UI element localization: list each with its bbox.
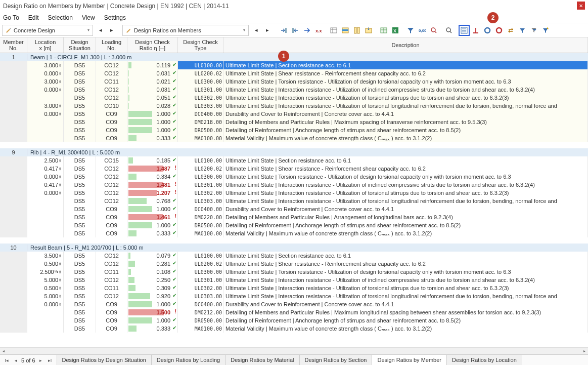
tab-design-ratios-by-material[interactable]: Design Ratios by Material <box>225 355 299 365</box>
cell-ratio: 1.500! <box>127 308 178 316</box>
cell-location: 0.000▴▾ <box>27 173 64 181</box>
export[interactable] <box>363 25 374 36</box>
menu-selection[interactable]: Selection <box>48 14 73 21</box>
cell-member <box>0 86 27 94</box>
ring-red[interactable] <box>493 25 505 36</box>
menu-edit[interactable]: Edit <box>28 14 39 21</box>
menu-settings[interactable]: Settings <box>104 14 126 21</box>
funnel-star[interactable]: ★ <box>540 25 551 36</box>
header-type[interactable]: Design CheckType <box>178 37 223 53</box>
xx-icon[interactable]: x.x <box>313 25 324 36</box>
table-row[interactable]: 0.500▴▾DS5CO120.281✔UL0200.02Ultimate Li… <box>0 260 588 268</box>
scroll-right-button[interactable]: ▸ <box>581 348 588 355</box>
cell-loading: CO9 <box>96 118 127 126</box>
svg-point-25 <box>485 28 490 33</box>
close-button[interactable]: ✕ <box>577 2 585 10</box>
nav-prev-button[interactable]: ◂ <box>251 25 262 36</box>
header-location[interactable]: Locationx [m] <box>27 37 64 53</box>
pager-next-button[interactable]: ▸ <box>37 357 44 364</box>
tab-design-ratios-by-loading[interactable]: Design Ratios by Loading <box>151 355 225 365</box>
table-row[interactable]: DS5CO91.000✔DM0218.00Detailing of Member… <box>0 118 588 126</box>
cell-loading: CO11 <box>96 77 127 86</box>
nav-next-button[interactable]: ▸ <box>106 25 117 36</box>
row-select[interactable] <box>340 25 351 36</box>
arrow-out[interactable] <box>290 25 301 36</box>
table-row[interactable]: 0.000▴▾DS5CO91.000✔DC0400.00Durability a… <box>0 110 588 118</box>
cell-member <box>0 165 27 173</box>
filter-funnel[interactable] <box>405 25 416 36</box>
arrow-in[interactable] <box>278 25 289 36</box>
table-row[interactable]: 5.000▴▾DS5CO120.920✔UL0303.00Ultimate Li… <box>0 292 588 300</box>
table-row[interactable]: DS5CO91.000✔DR0500.00Detailing of Reinfo… <box>0 126 588 134</box>
table-row[interactable]: 2.500▴▾DS5CO150.185✔UL0100.00Ultimate Li… <box>0 156 588 165</box>
table-row[interactable]: 0.417▴▾DS5CO121.487!UL0200.02Ultimate Li… <box>0 165 588 173</box>
table-row[interactable]: 5.000▴▾DS5CO120.250✔UL0301.00Ultimate Li… <box>0 276 588 284</box>
excel[interactable]: X <box>390 25 401 36</box>
result-type-select[interactable]: Design Ratios on Members ▾ <box>122 25 249 36</box>
cell-location: 2.500¹/₂▴▾ <box>27 268 64 276</box>
table-row[interactable]: DS5CO90.333✔MA0100.00Material Validity |… <box>0 229 588 237</box>
funnel-small[interactable] <box>517 25 528 36</box>
table-row[interactable]: 3.000▴▾DS5CO120.119✔UL0100.00Ultimate Li… <box>0 61 588 69</box>
scroll-left-button[interactable]: ◂ <box>0 348 7 355</box>
table-row[interactable]: 0.000▴▾DS5CO120.334✔UL0300.00Ultimate Li… <box>0 173 588 181</box>
table-view[interactable] <box>378 25 389 36</box>
tab-design-ratios-by-section[interactable]: Design Ratios by Section <box>299 355 372 365</box>
table-row[interactable]: DS5CO91.000✔DC0400.00Durability and Cove… <box>0 205 588 213</box>
table-row[interactable]: 0.500▴▾DS5CO110.309✔UL0302.00Ultimate Li… <box>0 284 588 292</box>
table-row[interactable]: 3.000▴▾DS5CO110.021✔UL0300.00Ultimate Li… <box>0 77 588 86</box>
tab-design-ratios-by-member[interactable]: Design Ratios by Member <box>372 355 446 365</box>
tab-design-ratios-by-design-situation[interactable]: Design Ratios by Design Situation <box>57 355 151 365</box>
cell-design-situation: DS5 <box>64 260 96 268</box>
horizontal-scrollbar[interactable]: ◂ ▸ <box>0 347 588 354</box>
swap[interactable] <box>505 25 516 36</box>
table-row[interactable]: 0.000▴▾DS5CO121.207!UL0302.00Ultimate Li… <box>0 189 588 197</box>
nav-next-button[interactable]: ▸ <box>262 25 273 36</box>
table-row[interactable]: DS5CO90.333✔MA0100.00Material Validity |… <box>0 325 588 333</box>
menu-goto[interactable]: Go To <box>3 14 19 21</box>
cell-type: UL0300.00 <box>178 268 223 276</box>
column-fit[interactable] <box>351 25 363 36</box>
cell-ratio: 0.028✔ <box>127 102 178 110</box>
header-loading[interactable]: LoadingNo. <box>96 37 127 53</box>
pager-last-button[interactable]: ▸I <box>47 357 54 364</box>
table-row[interactable]: DS5CO91.000✔DR0500.00Detailing of Reinfo… <box>0 316 588 325</box>
pager-first-button[interactable]: I◂ <box>3 357 10 364</box>
nav-prev-button[interactable]: ◂ <box>95 25 106 36</box>
header-description[interactable]: Description <box>223 37 588 53</box>
table-row[interactable]: DS5CO120.768✔UL0303.00Ultimate Limit Sta… <box>0 197 588 205</box>
group-header[interactable]: 10Result Beam | 5 - R_M1 200/700 | L : 5… <box>0 244 588 252</box>
cell-loading: CO12 <box>96 181 127 189</box>
table-row[interactable]: 3.500▴▾DS5CO120.079✔UL0100.00Ultimate Li… <box>0 252 588 260</box>
cell-loading: CO9 <box>96 308 127 316</box>
ring-blue[interactable] <box>482 25 493 36</box>
arrow-right-blue[interactable] <box>301 25 312 36</box>
find[interactable] <box>428 25 439 36</box>
table-row[interactable]: 0.000▴▾DS5CO120.031✔UL0301.00Ultimate Li… <box>0 86 588 94</box>
digits-000[interactable]: 0,00 <box>417 25 428 36</box>
design-type-select[interactable]: Concrete Design ▾ <box>2 25 93 36</box>
table-row[interactable]: DS5CO91.461!DM0220.00Detailing of Member… <box>0 213 588 221</box>
details-view[interactable] <box>459 25 470 36</box>
pager-prev-button[interactable]: ◂ <box>12 357 19 364</box>
header-ratio[interactable]: Design CheckRatio η [--] <box>127 37 178 53</box>
table-row[interactable]: 2.500¹/₂▴▾DS5CO110.108✔UL0300.00Ultimate… <box>0 268 588 276</box>
table-row[interactable]: 0.417▴▾DS5CO121.481!UL0301.00Ultimate Li… <box>0 181 588 189</box>
perp-icon[interactable] <box>470 25 481 36</box>
table-row[interactable]: DS5CO91.000✔DR0500.00Detailing of Reinfo… <box>0 221 588 229</box>
funnel-stack[interactable] <box>528 25 539 36</box>
table-row[interactable]: DS5CO120.051✔UL0302.00Ultimate Limit Sta… <box>0 94 588 102</box>
group-header[interactable]: 9Rib | 4 - R_M1 300/400 | L : 5.000 m <box>0 148 588 156</box>
table-row[interactable]: DS5CO90.333✔MA0100.00Material Validity |… <box>0 134 588 142</box>
header-design-situation[interactable]: DesignSituation <box>64 37 96 53</box>
table-row[interactable]: 0.000▴▾DS5CO120.031✔UL0200.02Ultimate Li… <box>0 69 588 77</box>
menu-view[interactable]: View <box>82 14 95 21</box>
table-row[interactable]: DS5CO91.500!DM0212.00Detailing of Member… <box>0 308 588 316</box>
table-row[interactable]: 0.000▴▾DS5CO91.000✔DC0400.00Durability a… <box>0 300 588 308</box>
header-member[interactable]: MemberNo. <box>0 37 27 53</box>
tab-design-ratios-by-location[interactable]: Design Ratios by Location <box>446 355 522 365</box>
table-row[interactable]: 3.000▴▾DS5CO100.028✔UL0303.00Ultimate Li… <box>0 102 588 110</box>
group-header[interactable]: 1Beam | 1 - CIRCLE_M1 300 | L : 3.000 m <box>0 53 588 61</box>
zoom[interactable] <box>443 25 455 36</box>
filter-table[interactable] <box>328 25 339 36</box>
